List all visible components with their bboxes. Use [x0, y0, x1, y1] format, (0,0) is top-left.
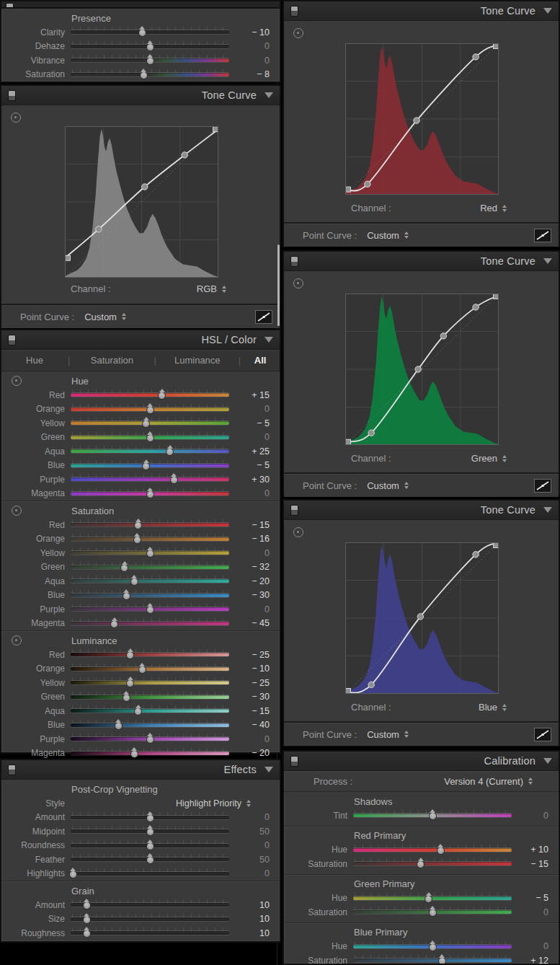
- slider-value[interactable]: − 32: [229, 562, 280, 572]
- edit-point-curve-icon[interactable]: [534, 229, 551, 242]
- slider-track[interactable]: [71, 460, 229, 471]
- slider-value[interactable]: 50: [229, 827, 280, 837]
- slider-thumb[interactable]: [126, 651, 134, 659]
- slider-track[interactable]: [71, 840, 229, 851]
- slider-track[interactable]: [71, 649, 229, 660]
- slider-value[interactable]: − 25: [229, 678, 280, 688]
- slider-value[interactable]: 0: [229, 734, 280, 744]
- slider-track[interactable]: [71, 927, 229, 938]
- panel-toggle-icon[interactable]: [290, 6, 298, 17]
- slider-thumb[interactable]: [425, 895, 432, 903]
- slider-thumb[interactable]: [138, 29, 146, 37]
- slider-track[interactable]: [71, 677, 229, 688]
- slider-value[interactable]: − 15: [229, 706, 280, 716]
- slider-value[interactable]: − 10: [229, 27, 280, 38]
- collapse-triangle-icon[interactable]: [265, 92, 273, 98]
- slider-track[interactable]: [71, 899, 229, 910]
- slider-value[interactable]: 0: [229, 432, 280, 442]
- slider-value[interactable]: + 25: [229, 446, 280, 457]
- slider-track[interactable]: [71, 432, 229, 443]
- slider-thumb[interactable]: [138, 666, 146, 674]
- slider-thumb[interactable]: [130, 578, 138, 586]
- slider-value[interactable]: 0: [229, 868, 280, 878]
- slider-track[interactable]: [353, 845, 512, 855]
- targeted-adjustment-icon[interactable]: [293, 527, 303, 537]
- slider-track[interactable]: [71, 692, 229, 702]
- slider-thumb[interactable]: [130, 750, 138, 758]
- slider-thumb[interactable]: [120, 564, 128, 572]
- collapse-triangle-icon[interactable]: [265, 337, 273, 343]
- slider-value[interactable]: 10: [229, 914, 280, 924]
- slider-track[interactable]: [353, 941, 512, 952]
- slider-value[interactable]: 0: [229, 41, 280, 51]
- slider-thumb[interactable]: [146, 43, 154, 51]
- edit-point-curve-icon[interactable]: [534, 479, 551, 493]
- slider-value[interactable]: 0: [229, 56, 280, 66]
- slider-track[interactable]: [71, 748, 229, 759]
- slider-value[interactable]: 0: [229, 488, 280, 498]
- slider-track[interactable]: [71, 604, 229, 614]
- channel-select[interactable]: Blue: [479, 702, 507, 713]
- tab-hue[interactable]: Hue: [1, 355, 68, 366]
- slider-value[interactable]: − 16: [229, 534, 280, 544]
- channel-select[interactable]: RGB: [197, 283, 226, 294]
- slider-track[interactable]: [353, 893, 512, 904]
- point-curve-select[interactable]: Custom: [367, 230, 409, 241]
- slider-track[interactable]: [71, 720, 229, 731]
- slider-track[interactable]: [71, 868, 229, 879]
- slider-track[interactable]: [71, 55, 229, 66]
- panel-header[interactable]: Tone Curve: [1, 86, 280, 105]
- collapse-triangle-icon[interactable]: [543, 758, 552, 764]
- slider-value[interactable]: + 30: [229, 475, 280, 485]
- slider-thumb[interactable]: [146, 842, 154, 850]
- slider-thumb[interactable]: [146, 434, 154, 442]
- slider-track[interactable]: [71, 446, 229, 457]
- tone-curve-chart-blue[interactable]: [345, 542, 499, 694]
- targeted-adjustment-icon[interactable]: [12, 506, 22, 516]
- slider-thumb[interactable]: [170, 476, 178, 484]
- slider-value[interactable]: 0: [512, 811, 559, 821]
- slider-thumb[interactable]: [115, 722, 123, 730]
- slider-thumb[interactable]: [142, 462, 150, 470]
- slider-thumb[interactable]: [437, 847, 445, 855]
- slider-track[interactable]: [71, 812, 229, 823]
- slider-track[interactable]: [71, 576, 229, 586]
- slider-thumb[interactable]: [69, 871, 77, 878]
- slider-value[interactable]: 50: [229, 855, 280, 865]
- panel-toggle-icon[interactable]: [290, 756, 298, 767]
- slider-value[interactable]: − 8: [229, 69, 280, 79]
- edit-point-curve-icon[interactable]: [534, 728, 551, 741]
- panel-toggle-icon[interactable]: [290, 256, 298, 267]
- slider-thumb[interactable]: [83, 930, 91, 938]
- slider-track[interactable]: [71, 705, 229, 716]
- slider-value[interactable]: − 5: [229, 460, 280, 470]
- slider-value[interactable]: 0: [229, 812, 280, 822]
- slider-value[interactable]: − 25: [229, 650, 280, 660]
- slider-thumb[interactable]: [83, 916, 91, 924]
- slider-value[interactable]: − 20: [229, 576, 280, 586]
- targeted-adjustment-icon[interactable]: [293, 28, 303, 38]
- slider-value[interactable]: − 15: [512, 859, 559, 869]
- slider-thumb[interactable]: [146, 828, 154, 836]
- slider-track[interactable]: [71, 562, 229, 573]
- slider-thumb[interactable]: [134, 708, 142, 715]
- slider-thumb[interactable]: [123, 592, 130, 600]
- slider-thumb[interactable]: [134, 521, 142, 529]
- panel-toggle-icon[interactable]: [8, 335, 16, 345]
- slider-track[interactable]: [353, 907, 512, 917]
- slider-value[interactable]: 0: [512, 907, 559, 917]
- slider-thumb[interactable]: [158, 392, 166, 400]
- panel-header[interactable]: Tone Curve: [284, 1, 559, 21]
- panel-header[interactable]: Tone Curve: [284, 501, 559, 520]
- slider-thumb[interactable]: [146, 550, 154, 558]
- tab-all[interactable]: All: [241, 355, 280, 366]
- slider-track[interactable]: [71, 389, 229, 400]
- slider-track[interactable]: [71, 41, 229, 52]
- slider-thumb[interactable]: [417, 860, 425, 868]
- tone-curve-chart-rgb[interactable]: [65, 126, 218, 278]
- slider-thumb[interactable]: [438, 957, 446, 965]
- slider-thumb[interactable]: [146, 606, 154, 614]
- slider-value[interactable]: 0: [229, 604, 280, 614]
- slider-thumb[interactable]: [126, 679, 134, 687]
- slider-track[interactable]: [71, 547, 229, 558]
